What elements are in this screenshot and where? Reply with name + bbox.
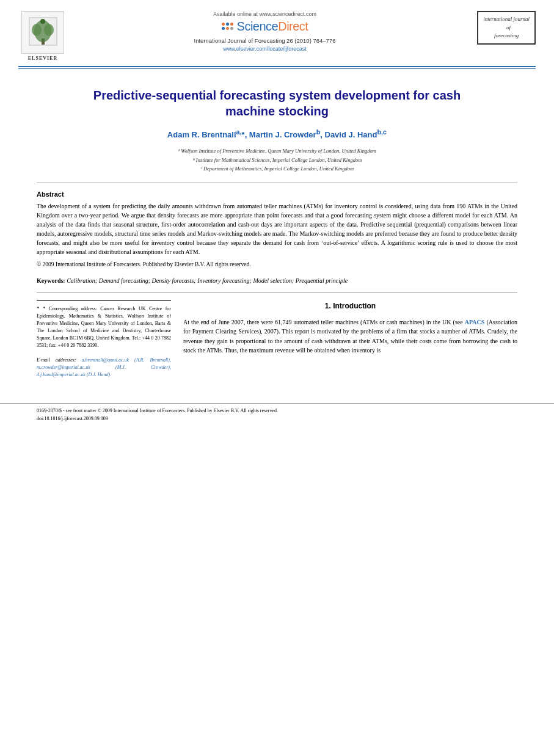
doi-line: doi:10.1016/j.ijforecast.2009.09.009: [37, 415, 517, 423]
affiliation-a: ᵃ Wolfson Institute of Preventive Medici…: [178, 148, 376, 154]
sd-dot-1: [222, 23, 225, 26]
elsevier-logo-image: [21, 11, 64, 54]
authors: Adam R. Brentnalla,*, Martin J. Crowderb…: [37, 128, 517, 139]
section-1-title: 1. Introduction: [183, 300, 517, 311]
keywords-values: Calibration; Demand forecasting; Density…: [67, 277, 348, 284]
header-divider: [18, 66, 536, 67]
affiliation-b: ᵇ Institute for Mathematical Sciences, I…: [192, 157, 362, 163]
ijf-logo-text: international journal of forecasting: [483, 15, 530, 40]
ijf-logo: international journal of forecasting: [477, 11, 536, 45]
abstract-title: Abstract: [37, 191, 517, 198]
two-col-section: * * Corresponding address: Cancer Resear…: [37, 300, 517, 379]
elsevier-text: ELSEVIER: [28, 56, 57, 61]
sd-dot-5: [226, 27, 229, 30]
svg-point-3: [32, 24, 42, 36]
sciencedirect-logo: ScienceDirect: [222, 20, 308, 34]
svg-point-5: [40, 19, 45, 24]
keywords-label: Keywords:: [37, 277, 65, 284]
keywords-section: Keywords: Calibration; Demand forecastin…: [37, 276, 517, 285]
title-line2: machine stocking: [225, 104, 329, 118]
intro-text: At the end of June 2007, there were 61,7…: [183, 318, 517, 355]
ijf-logo-container: international journal of forecasting: [462, 11, 536, 45]
divider-after-affiliations: [37, 183, 517, 183]
sd-dot-6: [230, 27, 233, 30]
divider-after-keywords: [37, 293, 517, 293]
title-line1: Predictive-sequential forecasting system…: [93, 89, 461, 102]
sd-dot-3: [230, 23, 233, 26]
header: ELSEVIER Available online at www.science…: [0, 0, 554, 61]
journal-url[interactable]: www.elsevier.com/locate/ijforecast: [223, 46, 307, 52]
footnote-star-note: * Corresponding address: Cancer Research…: [37, 306, 171, 349]
copyright-line: © 2009 International Institute of Foreca…: [37, 260, 517, 269]
keywords-text: Keywords: Calibration; Demand forecastin…: [37, 276, 517, 285]
available-online-text: Available online at www.sciencedirect.co…: [213, 11, 316, 17]
footnote-text: * * Corresponding address: Cancer Resear…: [37, 305, 171, 379]
abstract-section: Abstract The development of a system for…: [37, 191, 517, 269]
svg-point-4: [44, 24, 54, 36]
page: ELSEVIER Available online at www.science…: [0, 0, 554, 756]
abstract-text: The development of a system for predicti…: [37, 202, 517, 256]
elsevier-logo: ELSEVIER: [18, 11, 67, 61]
journal-name: International Journal of Forecasting 26 …: [194, 37, 336, 44]
main-content: Predictive-sequential forecasting system…: [0, 69, 554, 391]
email-label-text: E-mail addresses:: [37, 357, 76, 363]
bottom-bar: 0169-2070/$ - see front matter © 2009 In…: [0, 403, 554, 427]
sd-dot-4: [222, 27, 225, 30]
footnote-divider: [37, 300, 171, 301]
article-title: Predictive-sequential forecasting system…: [37, 87, 517, 119]
center-header: Available online at www.sciencedirect.co…: [67, 11, 462, 52]
apacs-link[interactable]: APACS: [465, 319, 485, 325]
issn-line: 0169-2070/$ - see front matter © 2009 In…: [37, 407, 517, 415]
sciencedirect-text: ScienceDirect: [237, 20, 308, 34]
affiliations: ᵃ Wolfson Institute of Preventive Medici…: [37, 147, 517, 173]
left-column: * * Corresponding address: Cancer Resear…: [37, 300, 171, 379]
sd-dots: [222, 23, 233, 31]
sd-dot-2: [226, 23, 229, 26]
affiliation-c: ᶜ Department of Mathematics, Imperial Co…: [200, 165, 354, 172]
star-symbol: *: [37, 305, 43, 311]
right-column: 1. Introduction At the end of June 2007,…: [183, 300, 517, 379]
